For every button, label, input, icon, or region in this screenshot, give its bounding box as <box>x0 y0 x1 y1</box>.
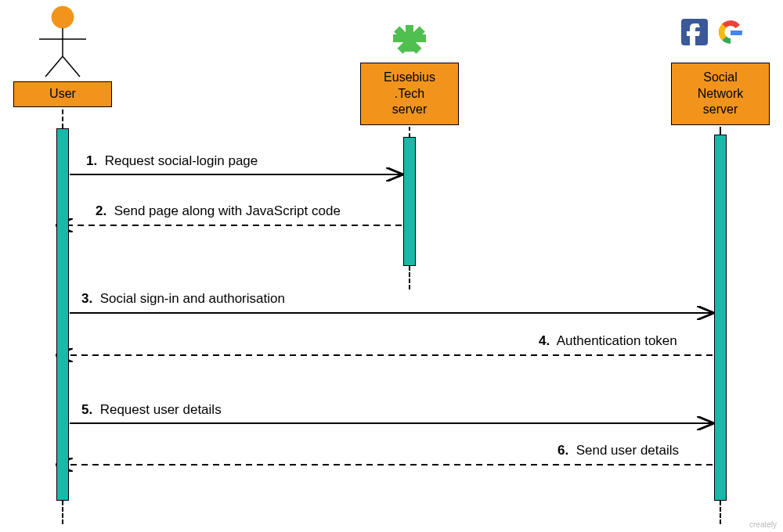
google-icon <box>716 18 745 46</box>
participant-social: Social Network server <box>671 63 770 125</box>
lifeline-server-bottom <box>409 266 410 289</box>
lifeline-server-top <box>409 127 410 137</box>
sequence-diagram: User Eusebius .Tech server Social Networ… <box>0 0 783 532</box>
msg4-label: 4. Authentication token <box>539 333 677 349</box>
watermark: creately <box>749 520 777 529</box>
svg-point-0 <box>52 6 74 28</box>
svg-rect-8 <box>393 34 426 42</box>
lifeline-social-bottom <box>720 501 721 524</box>
lifeline-user-bottom <box>62 501 63 524</box>
lifeline-social-top <box>720 127 721 135</box>
msg5-label: 5. Request user details <box>81 402 222 418</box>
asterisk-icon <box>393 25 426 54</box>
lifeline-user-top <box>62 110 63 128</box>
activation-user <box>56 128 69 501</box>
user-icon <box>39 6 86 77</box>
activation-server <box>403 137 416 266</box>
facebook-icon <box>681 19 708 45</box>
svg-line-4 <box>63 56 80 77</box>
participant-user: User <box>13 81 112 107</box>
msg1-label: 1. Request social-login page <box>86 153 258 169</box>
activation-social <box>714 135 727 501</box>
msg3-label: 3. Social sign-in and authorisation <box>81 291 285 307</box>
msg2-label: 2. Send page along with JavaScript code <box>96 203 341 219</box>
msg6-label: 6. Send user details <box>557 443 679 458</box>
participant-server: Eusebius .Tech server <box>360 63 459 125</box>
svg-line-3 <box>45 56 63 77</box>
